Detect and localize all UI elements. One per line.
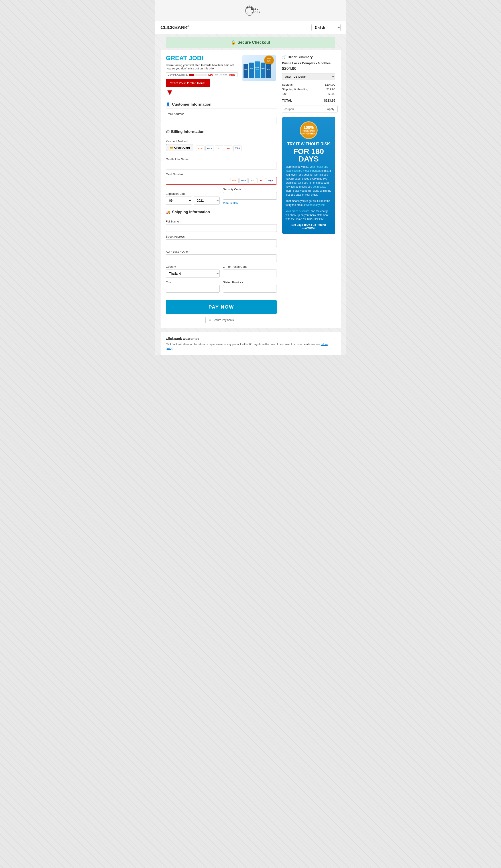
svg-text:LOCKS: LOCKS	[256, 69, 259, 70]
svg-text:DIVIN: DIVIN	[250, 68, 253, 70]
svg-rect-11	[260, 63, 266, 78]
credit-card-icon: 💳	[169, 146, 173, 149]
billing-section-heading: 🏷 Billing Information	[166, 129, 277, 136]
full-name-group: Full Name	[166, 220, 277, 232]
zip-input[interactable]	[223, 269, 277, 277]
country-select[interactable]: Thailand United States United Kingdom Au…	[166, 269, 220, 277]
card-number-label: Card Number	[166, 172, 277, 176]
email-input[interactable]	[166, 117, 277, 124]
guarantee-highlight-secure: Your order is secure	[286, 210, 309, 213]
payment-method-group: Payment Method 💳 Credit Card DISC AMEX D…	[166, 139, 277, 155]
great-job-heading: GREAT JOB!	[166, 55, 238, 62]
order-summary-title: 🛒 Order Summary	[282, 55, 335, 59]
svg-text:BACK: BACK	[267, 61, 270, 62]
cvv-input[interactable]	[223, 192, 277, 200]
cardholder-name-input[interactable]	[166, 162, 277, 169]
cn-diners-icon: DC	[248, 178, 257, 183]
email-group: Email Address	[166, 112, 277, 124]
footer-section: ClickBank Guarantee ClickBank will allow…	[161, 332, 341, 355]
state-label: State / Province	[223, 280, 277, 284]
cn-visa-icon: VISA	[267, 178, 275, 183]
coupon-apply-button[interactable]: Apply	[324, 106, 338, 113]
apt-suite-group: Apt / Suite / Other	[166, 250, 277, 262]
svg-text:100%: 100%	[267, 58, 271, 59]
svg-text:DIVIN: DIVIN	[267, 69, 270, 71]
cardholder-name-label: Cardholder Name	[166, 158, 277, 161]
tax-line: Tax $0.00	[282, 92, 335, 96]
currency-select[interactable]: USD - US Dollar EUR - Euro GBP - British…	[282, 73, 335, 80]
cn-amex-icon: AMEX	[239, 178, 248, 183]
shield-icon: 🛡	[209, 319, 211, 322]
availability-bar-outer	[189, 74, 207, 76]
guarantee-days: FOR 180 DAYS	[286, 148, 332, 162]
shipping-section: 🚚 Shipping Information Full Name Street …	[166, 210, 277, 323]
customer-section-heading: 👤 Customer Information	[166, 102, 277, 109]
clickbank-logo: CLICKBANK®	[161, 25, 189, 30]
city-input[interactable]	[166, 285, 220, 293]
expiry-year-select[interactable]: 2021 2022202320242025 202620272028202920…	[194, 197, 220, 204]
card-number-icons: DISC AMEX DC MC VISA	[230, 178, 275, 183]
availability-bar: Current Availability Low Sell Out Risk: …	[166, 72, 238, 77]
product-price: $204.00	[282, 66, 335, 71]
product-name: Divine Locks Complex - 6 bottles	[282, 62, 335, 65]
street-address-group: Street Address	[166, 235, 277, 247]
full-name-input[interactable]	[166, 224, 277, 232]
promo-text: GREAT JOB! You're taking your first step…	[166, 55, 238, 97]
card-icons-row: DISC AMEX DC MC VISA	[196, 146, 242, 151]
promo-box: GREAT JOB! You're taking your first step…	[166, 55, 277, 97]
person-icon: 👤	[166, 102, 170, 106]
availability-bar-inner	[189, 74, 194, 76]
billing-section: 🏷 Billing Information Payment Method 💳 C…	[166, 129, 277, 204]
guarantee-highlight-health: your health and happiness are most impor…	[286, 165, 328, 172]
expiry-cvv-row: Expiration Date 09 01020304 05060708 101…	[166, 188, 277, 204]
guarantee-refund-label: 180 Days 100% Full Refund Guarantee!	[286, 223, 332, 230]
guarantee-desc2: That means you've got six full months to…	[286, 199, 332, 207]
promo-description: You're taking your first step towards he…	[166, 63, 238, 70]
product-image-area: 100% MONEY BACK DIVIN	[241, 55, 277, 82]
right-column: 🛒 Order Summary Divine Locks Complex - 6…	[282, 55, 335, 323]
city-label: City	[166, 280, 220, 284]
country-group: Country Thailand United States United Ki…	[166, 265, 220, 277]
email-label: Email Address	[166, 112, 277, 116]
start-order-button[interactable]: Start Your Order Here!	[166, 79, 210, 87]
guarantee-box: 100% MONEY BACK GUARANTEED TRY IT WITHOU…	[282, 117, 335, 234]
street-address-input[interactable]	[166, 239, 277, 247]
credit-card-button[interactable]: 💳 Credit Card	[166, 144, 194, 151]
clickbank-bar: CLICKBANK® English Spanish French German…	[155, 21, 346, 34]
pay-now-button[interactable]: PAY NOW	[166, 300, 277, 314]
state-input[interactable]	[223, 285, 277, 293]
city-group: City	[166, 280, 220, 293]
svg-rect-9	[249, 63, 254, 78]
top-logo-area: Divine LOCKS	[155, 0, 346, 21]
zip-group: ZIP or Postal Code	[223, 265, 277, 277]
expiry-group: Expiration Date 09 01020304 05060708 101…	[166, 192, 220, 204]
guarantee-highlight-results: get results	[313, 185, 325, 188]
cvv-group: Security Code What is this?	[223, 188, 277, 204]
shipping-line: Shipping & Handling $19.95	[282, 87, 335, 92]
coupon-input[interactable]	[282, 106, 324, 113]
svg-rect-12	[266, 64, 271, 78]
order-summary: 🛒 Order Summary Divine Locks Complex - 6…	[282, 55, 335, 113]
apt-suite-input[interactable]	[166, 254, 277, 262]
what-is-this-link[interactable]: What is this?	[223, 201, 238, 204]
secure-payments-badge: 🛡 Secure Payments	[166, 317, 277, 323]
card-number-group: Card Number DISC AMEX DC MC VISA	[166, 172, 277, 184]
mastercard-icon: MC	[224, 146, 232, 151]
guarantee-secure-text: Your order is secure, and the charge wil…	[286, 209, 332, 221]
language-select[interactable]: English Spanish French German Portuguese	[311, 24, 341, 31]
guarantee-title: TRY IT WITHOUT RISK	[286, 142, 332, 147]
svg-text:DIVIN: DIVIN	[262, 68, 265, 70]
tag-icon: 🏷	[166, 130, 169, 134]
total-line: TOTAL $223.95	[282, 97, 335, 103]
expiry-selects: 09 01020304 05060708 101112 2021 2022202…	[166, 197, 220, 204]
cn-discover-icon: DISC	[230, 178, 239, 183]
visa-card-icon: VISA	[233, 146, 242, 151]
apt-suite-label: Apt / Suite / Other	[166, 250, 277, 253]
expiry-month-select[interactable]: 09 01020304 05060708 101112	[166, 197, 192, 204]
street-address-label: Street Address	[166, 235, 277, 238]
state-group: State / Province	[223, 280, 277, 293]
cvv-label: Security Code	[223, 188, 277, 191]
secure-badge-inner: 🛡 Secure Payments	[205, 317, 237, 323]
guarantee-desc1: More than anything, your health and happ…	[286, 165, 332, 197]
diners-card-icon: DC	[215, 146, 223, 151]
